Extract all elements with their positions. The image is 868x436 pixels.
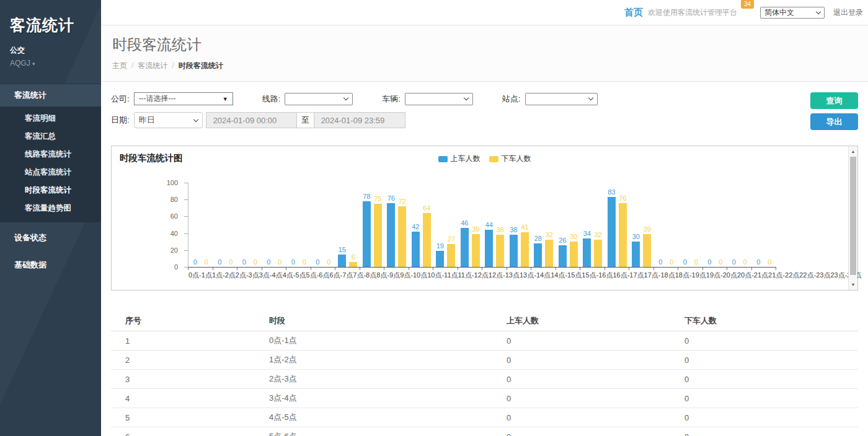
- bar-column: 30: [632, 183, 640, 267]
- sidebar-item-base-data[interactable]: 基础数据: [0, 253, 101, 277]
- breadcrumb-item[interactable]: 客流统计: [138, 61, 167, 70]
- chart-category-group: 2832: [531, 183, 556, 267]
- x-tick: [237, 268, 262, 270]
- legend-item-alighting[interactable]: 下车人数: [489, 154, 531, 164]
- table-cell: 5点-6点: [255, 427, 492, 436]
- x-tick: [629, 268, 654, 270]
- x-category-label: 9点-10点: [400, 271, 427, 280]
- x-category-label: 1点-2点: [212, 271, 236, 280]
- bar: [485, 230, 493, 267]
- language-select-value: 简体中文: [764, 7, 794, 18]
- chart-scrollbar[interactable]: ▲ ▼: [848, 146, 857, 290]
- bar-value-label: 0: [242, 259, 246, 266]
- bar-column: 30: [570, 183, 578, 267]
- chart-category-group: 4438: [482, 183, 507, 267]
- bar-value-label: 76: [388, 195, 395, 202]
- bar-column: 0: [276, 183, 284, 267]
- x-category-label: 17点-18点: [644, 271, 675, 280]
- chart-category-group: 4264: [409, 183, 434, 267]
- legend-swatch-boarding: [438, 156, 448, 162]
- notification-badge[interactable]: 34: [741, 0, 754, 9]
- hourly-stats-table: 序号时段上车人数下车人数 10点-1点0021点-2点0032点-3点0043点…: [111, 311, 858, 436]
- bar-column: 76: [387, 183, 395, 267]
- table-cell: 0点-1点: [255, 331, 492, 351]
- bar-value-label: 32: [595, 232, 602, 238]
- language-select[interactable]: 简体中文: [760, 7, 825, 19]
- home-link[interactable]: 首页: [624, 7, 643, 19]
- scroll-up-icon[interactable]: ▲: [849, 149, 857, 154]
- legend-item-boarding[interactable]: 上车人数: [438, 154, 480, 164]
- scroll-down-icon[interactable]: ▼: [849, 282, 857, 287]
- bar-column: 28: [534, 183, 542, 267]
- bar-value-label: 78: [363, 193, 370, 200]
- bar-value-label: 0: [303, 259, 306, 266]
- sidebar-subitem[interactable]: 线路客流统计: [0, 146, 101, 164]
- org-code-label: AQGJ: [10, 59, 30, 68]
- company-select[interactable]: ---请选择--- ▼: [134, 92, 233, 105]
- bar-value-label: 38: [510, 227, 517, 233]
- chart-category-group: 00: [262, 183, 287, 267]
- page-title: 时段客流统计: [112, 35, 857, 54]
- sidebar-submenu: 客流明细客流汇总线路客流统计站点客流统计时段客流统计客流量趋势图: [0, 107, 101, 222]
- x-category-label: 16点-17点: [613, 271, 644, 280]
- bar: [436, 251, 444, 267]
- x-category-label: 7点-8点: [353, 271, 376, 280]
- date-end-input[interactable]: 2024-01-09 23:59: [314, 112, 405, 128]
- sidebar-subitem[interactable]: 客流汇总: [0, 128, 101, 146]
- chart-category-group: 00: [286, 183, 311, 267]
- table-row: 43点-4点00: [111, 389, 858, 408]
- chart-category-group: 00: [727, 183, 752, 267]
- table-row: 21点-2点00: [111, 351, 858, 370]
- line-select[interactable]: [285, 93, 353, 105]
- table-cell: 0: [670, 408, 858, 427]
- query-button[interactable]: 查询: [810, 92, 858, 109]
- bar-column: 0: [681, 183, 689, 267]
- sidebar-item-passenger-stats[interactable]: 客流统计: [0, 84, 101, 107]
- sidebar-subitem[interactable]: 客流量趋势图: [0, 199, 101, 217]
- x-tick: [654, 268, 679, 270]
- date-range-select[interactable]: 昨日: [134, 112, 203, 128]
- breadcrumb-separator: /: [131, 61, 133, 70]
- x-tick: [605, 268, 630, 270]
- chevron-down-icon: [816, 9, 821, 14]
- x-category-label: 21点-22点: [768, 271, 799, 280]
- triangle-down-icon: ▼: [223, 96, 228, 102]
- chart-category-group: 2630: [556, 183, 581, 267]
- table-cell: 0: [492, 389, 670, 408]
- sidebar-subitem[interactable]: 客流明细: [0, 110, 101, 128]
- bar: [363, 201, 371, 267]
- bar-value-label: 0: [327, 259, 330, 266]
- bar-column: 0: [227, 183, 235, 267]
- scrollbar-thumb[interactable]: [850, 157, 856, 275]
- date-start-input[interactable]: 2024-01-09 00:00: [206, 112, 297, 128]
- bar-value-label: 44: [485, 222, 493, 229]
- bar-column: 0: [766, 183, 774, 267]
- bar-column: 0: [191, 183, 199, 267]
- bar: [387, 203, 395, 267]
- y-tick-label: 40: [170, 230, 178, 237]
- sidebar-subitem[interactable]: 时段客流统计: [0, 181, 101, 199]
- bar: [643, 234, 651, 267]
- date-label: 日期:: [111, 115, 130, 126]
- breadcrumb-item[interactable]: 主页: [112, 61, 127, 70]
- station-select[interactable]: [525, 93, 598, 105]
- bar-value-label: 0: [291, 259, 295, 266]
- chevron-down-icon: [464, 95, 469, 100]
- export-button[interactable]: 导出: [810, 113, 858, 130]
- bar-column: 0: [730, 183, 738, 267]
- chart-category-group: 00: [703, 183, 728, 267]
- sidebar-item-device-status[interactable]: 设备状态: [0, 226, 101, 250]
- chart-category-group: 4639: [458, 183, 483, 267]
- x-category-label: 13点-14点: [520, 271, 551, 280]
- station-filter: 站点:: [502, 93, 598, 105]
- vehicle-select[interactable]: [405, 93, 473, 105]
- table-body: 10点-1点0021点-2点0032点-3点0043点-4点0054点-5点00…: [111, 331, 858, 436]
- sidebar: 客流统计 公交 AQGJ ▾ 客流统计 客流明细客流汇总线路客流统计站点客流统计…: [0, 0, 101, 436]
- chart-title: 时段车流统计图: [120, 152, 183, 164]
- chart-category-group: 00: [311, 183, 336, 267]
- bar-column: 0: [741, 183, 749, 267]
- logout-link[interactable]: 退出登录: [833, 7, 863, 18]
- org-selector[interactable]: AQGJ ▾: [10, 59, 91, 68]
- x-tick: [580, 268, 605, 270]
- sidebar-subitem[interactable]: 站点客流统计: [0, 164, 101, 181]
